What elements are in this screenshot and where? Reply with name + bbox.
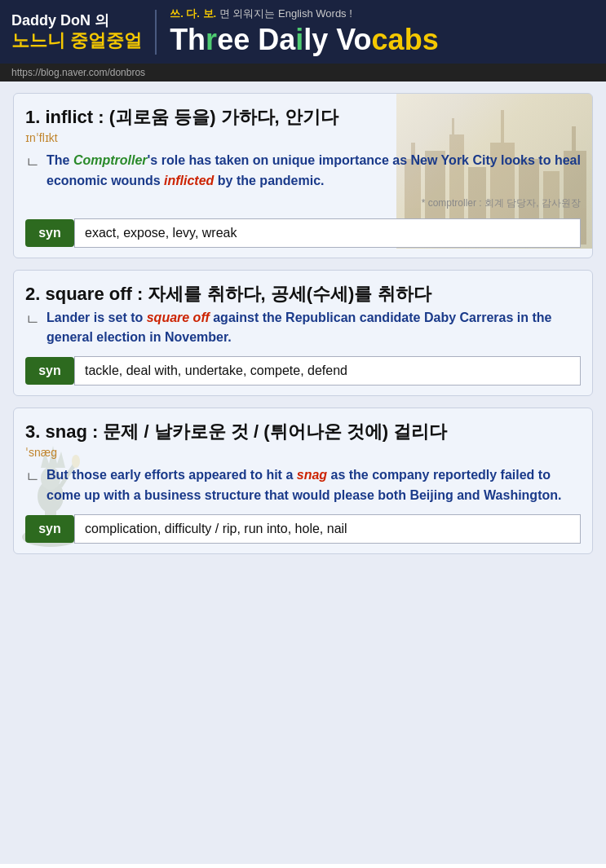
header-title-row: Three Daily Vocabs — [170, 23, 439, 57]
vocab1-title: 1. inflict : (괴로움 등을) 가하다, 안기다 — [25, 105, 581, 130]
vocab1-syn-words: exact, expose, levy, wreak — [74, 218, 581, 248]
vocab2-syn-row: syn tackle, deal with, undertake, compet… — [25, 356, 581, 386]
vocab2-sentence: Lander is set to square off against the … — [46, 308, 581, 349]
vocab3-pronun: ˈsnæg — [25, 446, 581, 459]
vocab1-pronun: ɪnˈflɪkt — [25, 131, 581, 144]
title-cabs: cabs — [372, 23, 439, 57]
vocab1-inflicted: inflicted — [164, 174, 214, 187]
vocab1-syn-badge: syn — [25, 219, 74, 247]
vocab3-sentence-block: ㄴ But those early efforts appeared to hi… — [25, 465, 581, 506]
url-bar: https://blog.naver.com/donbros — [0, 64, 606, 82]
vocab3-sentence: But those early efforts appeared to hit … — [46, 465, 581, 506]
vocab3-meaning: 문제 / 날카로운 것 / (튀어나온 것에) 걸리다 — [103, 421, 447, 442]
vocab1-meaning: (괴로움 등을) 가하다, 안기다 — [109, 107, 338, 127]
vocab3-colon: : — [92, 421, 103, 442]
header-noneuni-text: 노느니 중얼중얼 — [11, 30, 142, 51]
title-r: r — [206, 23, 217, 57]
vocab3-num: 3. — [25, 421, 40, 442]
vocab1-word: inflict — [45, 107, 93, 127]
header-subtitle: 쓰. 다. 보. 면 외워지는 English Words ! — [170, 7, 352, 21]
vocab-entry-2: 2. square off : 자세를 취하다, 공세(수세)를 취하다 ㄴ L… — [13, 270, 593, 397]
vocab2-colon: : — [137, 284, 148, 304]
header: Daddy DoN 의 노느니 중얼중얼 쓰. 다. 보. 면 외워지는 Eng… — [0, 0, 606, 82]
subtitle-suffix: 면 외워지는 English Words ! — [219, 7, 352, 20]
vocab1-comptroller: Comptroller — [73, 153, 148, 167]
vocab1-num: 1. — [25, 107, 40, 127]
vocab2-sentence-block: ㄴ Lander is set to square off against th… — [25, 308, 581, 349]
vocab1-arrow: ㄴ — [25, 152, 40, 172]
vocab2-syn-badge: syn — [25, 357, 74, 385]
vocab1-sentence: The Comptroller's role has taken on uniq… — [46, 151, 581, 192]
vocab-entry-3: 3. snag : 문제 / 날카로운 것 / (튀어나온 것에) 걸리다 ˈs… — [13, 408, 593, 554]
vocab2-syn-words: tackle, deal with, undertake, compete, d… — [74, 356, 581, 386]
vocab2-arrow: ㄴ — [25, 310, 40, 329]
header-daddy-text: Daddy DoN 의 — [11, 12, 142, 30]
vocab3-syn-words: complication, difficulty / rip, run into… — [74, 514, 581, 544]
title-ee: ee — [217, 23, 258, 57]
vocab1-sentence-block: ㄴ The Comptroller's role has taken on un… — [25, 151, 581, 192]
vocab1-colon: : — [98, 107, 108, 127]
vocab3-syn-badge: syn — [25, 515, 74, 543]
main-content: 1. inflict : (괴로움 등을) 가하다, 안기다 ɪnˈflɪkt … — [0, 82, 606, 864]
vocab2-title: 2. square off : 자세를 취하다, 공세(수세)를 취하다 — [25, 282, 581, 306]
header-divider — [155, 10, 157, 55]
vocab2-word: square off — [45, 284, 131, 304]
vocab3-title: 3. snag : 문제 / 날카로운 것 / (튀어나온 것에) 걸리다 — [25, 420, 581, 444]
title-da: Da — [258, 23, 295, 57]
title-i: i — [295, 23, 303, 57]
vocab3-snag: snag — [297, 468, 327, 482]
vocab-entry-1: 1. inflict : (괴로움 등을) 가하다, 안기다 ɪnˈflɪkt … — [13, 93, 593, 258]
title-vo: Vo — [336, 23, 371, 57]
title-ly: ly — [303, 23, 336, 57]
vocab1-syn-row: syn exact, expose, levy, wreak — [25, 218, 581, 248]
vocab3-word: snag — [45, 421, 86, 442]
title-th: Th — [170, 23, 206, 57]
vocab3-arrow: ㄴ — [25, 467, 40, 487]
subtitle-prefix: 쓰. 다. 보. — [170, 7, 216, 20]
vocab2-squareoff: square off — [147, 311, 210, 324]
vocab2-meaning: 자세를 취하다, 공세(수세)를 취하다 — [148, 284, 431, 304]
vocab2-num: 2. — [25, 284, 40, 304]
vocab1-note: * comptroller : 회계 담당자, 감사원장 — [25, 196, 581, 210]
vocab3-syn-row: syn complication, difficulty / rip, run … — [25, 514, 581, 544]
